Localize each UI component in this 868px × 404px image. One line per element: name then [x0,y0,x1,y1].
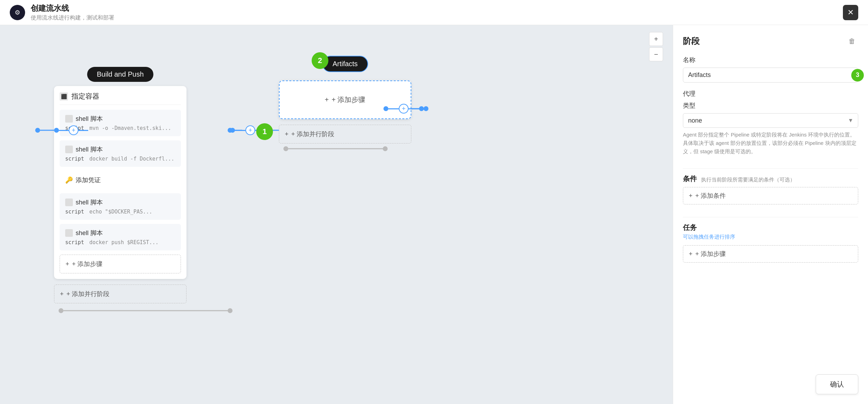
plus-icon: + [689,192,693,200]
step-name: shell 脚本 [76,115,103,123]
step-item[interactable]: shell 脚本 script echo "$DOCKER_PAS... [60,193,181,220]
stage1-header-icon: ⬛ [60,92,68,101]
stage1-number: 1 [256,123,273,140]
sidebar-title: 阶段 [683,36,700,47]
add-credential-button[interactable]: 🔑 添加凭证 [60,171,181,189]
agent-description: Agent 部分指定整个 Pipeline 或特定阶段将在 Jenkins 环境… [683,131,858,156]
step-icon [65,199,73,206]
type-select-wrap: none any label docker dockerfile ▼ [683,113,858,128]
stage1-header: ⬛ 指定容器 [60,92,181,105]
tasks-section: 任务 可以拖拽任务进行排序 + + 添加步骤 [683,223,858,263]
agent-label: 代理 [683,90,858,98]
conditions-section: 条件 执行当前阶段所需要满足的条件（可选） + + 添加条件 [683,174,858,204]
sidebar-header: 阶段 🗑 [683,35,858,47]
step-name: shell 脚本 [76,198,103,207]
type-select[interactable]: none any label docker dockerfile [683,113,858,128]
divider2 [683,217,858,217]
stage1-box: ⬛ 指定容器 shell 脚本 script mvn -o -Dmaven.te… [54,86,186,279]
step-header: shell 脚本 [65,115,175,123]
stage1-add-parallel-button[interactable]: + + 添加并行阶段 [54,285,186,303]
plus-icon: + [689,250,693,258]
svg-point-11 [424,106,428,111]
delete-icon: 🗑 [848,37,855,45]
key-icon: 🔑 [65,176,73,184]
header-title-group: 创建流水线 使用流水线进行构建，测试和部署 [31,3,114,22]
plus-icon: + [66,261,69,268]
step-header: shell 脚本 [65,145,175,154]
right-sidebar: 阶段 🗑 名称 3 代理 类型 none any label docker [673,25,868,404]
step-header: shell 脚本 [65,229,175,237]
page-title: 创建流水线 [31,3,114,14]
step-script: script docker build -f Dockerfl... [65,156,175,162]
close-button[interactable]: ✕ [843,5,858,20]
add-stage-right-button[interactable]: + [399,104,409,114]
tasks-label: 任务 [683,223,858,232]
main-container: + − [0,25,868,404]
name-badge: 3 [851,69,864,81]
stage2-label: Artifacts [322,56,368,72]
sidebar-add-step-button[interactable]: + + 添加步骤 [683,245,858,263]
sidebar-delete-button[interactable]: 🗑 [846,35,858,47]
stage1-node: Build and Push ⬛ 指定容器 shell 脚本 script [54,67,186,303]
sidebar-name-section: 名称 3 [683,56,858,83]
step-icon [65,146,73,153]
add-stage-left-button[interactable]: + [69,125,78,135]
svg-point-14 [383,146,388,151]
svg-point-15 [59,308,63,313]
stage2-number: 2 [312,52,328,69]
confirm-button[interactable]: 确认 [816,374,858,394]
zoom-controls: + − [649,32,663,61]
add-stage-middle-button[interactable]: + [245,125,255,135]
step-script: script docker push $REGIST... [65,239,175,246]
svg-point-0 [35,128,40,133]
step-icon [65,229,73,237]
step-name: shell 脚本 [76,229,103,237]
name-input[interactable] [683,68,858,83]
add-condition-button[interactable]: + + 添加条件 [683,187,858,204]
name-input-wrap: 3 [683,68,858,83]
stage1-add-step-button[interactable]: + + 添加步骤 [60,255,181,273]
plus-icon: + [325,96,329,104]
conditions-label: 条件 [683,174,697,184]
stage2-node: 2 Artifacts + + 添加步骤 + + 添加并行阶段 [279,56,411,143]
tasks-sublabel: 可以拖拽任务进行排序 [683,234,858,240]
stage2-add-parallel-button[interactable]: + + 添加并行阶段 [279,125,411,143]
zoom-out-button[interactable]: − [649,47,663,61]
step-item[interactable]: shell 脚本 script docker build -f Dockerfl… [60,140,181,167]
svg-point-17 [228,308,233,313]
step-header: shell 脚本 [65,198,175,207]
confirm-wrap: 确认 [816,374,858,394]
step-script: script echo "$DOCKER_PAS... [65,209,175,215]
plus-icon: + [285,131,289,138]
divider1 [683,168,858,169]
plus-icon: + [60,290,64,298]
svg-point-12 [283,146,288,151]
zoom-in-button[interactable]: + [649,32,663,46]
left-connector: + [54,125,88,135]
logo-icon: ⚙ [10,5,25,20]
sidebar-agent-section: 代理 类型 none any label docker dockerfile ▼… [683,90,858,156]
step-item[interactable]: shell 脚本 script docker push $REGIST... [60,224,181,250]
name-label: 名称 [683,56,858,64]
page-subtitle: 使用流水线进行构建，测试和部署 [31,14,114,22]
header-left: ⚙ 创建流水线 使用流水线进行构建，测试和部署 [10,3,114,22]
step-name: shell 脚本 [76,145,103,154]
header: ⚙ 创建流水线 使用流水线进行构建，测试和部署 ✕ [0,0,868,25]
type-label: 类型 [683,101,858,110]
step-icon [65,115,73,123]
stage1-label: Build and Push [87,67,154,82]
canvas-area: + − [0,25,673,404]
stage2-right-connector: + [383,104,424,114]
stage1-header-text: 指定容器 [71,92,99,101]
conditions-sublabel: 执行当前阶段所需要满足的条件（可选） [701,177,795,183]
